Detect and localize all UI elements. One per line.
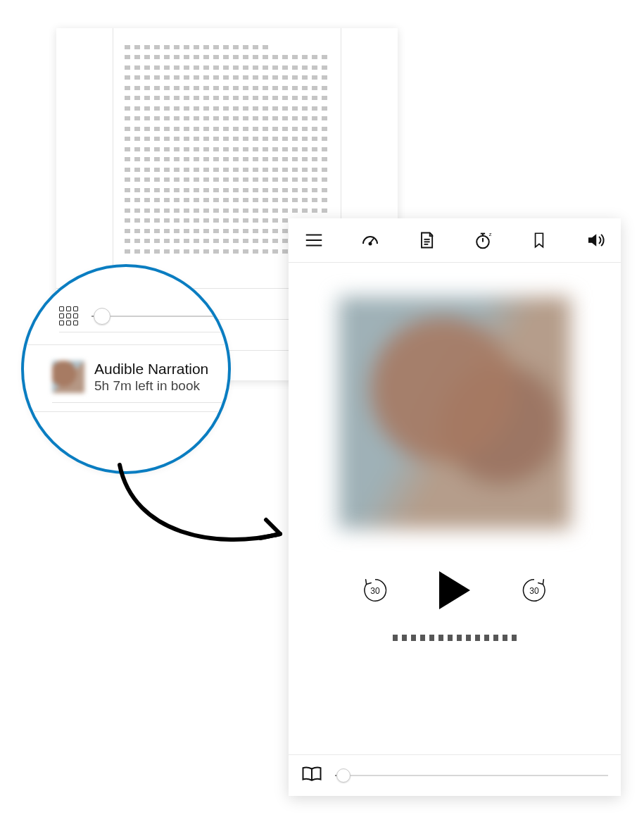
- chapter-title-placeholder: [391, 635, 518, 641]
- open-book-icon[interactable]: [301, 765, 322, 786]
- audio-player: z 30 30: [289, 218, 621, 796]
- sleep-timer-icon[interactable]: z: [470, 228, 495, 253]
- bookmark-icon[interactable]: [526, 228, 552, 253]
- player-bottom-bar: [289, 754, 621, 796]
- menu-icon[interactable]: [301, 228, 327, 253]
- playback-controls: 30 30: [289, 571, 621, 609]
- play-button[interactable]: [439, 571, 470, 609]
- skip-forward-button[interactable]: 30: [519, 575, 549, 605]
- player-toolbar: z: [289, 218, 621, 263]
- audible-narration-row[interactable]: Audible Narration 5h 7m left in book: [52, 351, 231, 403]
- skip-back-seconds: 30: [360, 575, 390, 605]
- skip-forward-seconds: 30: [519, 575, 549, 605]
- book-cover-art: [339, 297, 571, 529]
- speed-icon[interactable]: [358, 228, 383, 253]
- chapters-icon[interactable]: [414, 228, 439, 253]
- zoom-callout: Audible Narration 5h 7m left in book: [21, 264, 231, 474]
- volume-icon[interactable]: [583, 228, 608, 253]
- playback-progress-slider[interactable]: [335, 775, 608, 776]
- narration-title: Audible Narration: [94, 360, 208, 378]
- narration-time-left: 5h 7m left in book: [94, 378, 208, 394]
- skip-back-button[interactable]: 30: [360, 575, 390, 605]
- svg-text:z: z: [489, 231, 492, 237]
- book-cover-thumb: [52, 361, 84, 393]
- font-size-slider[interactable]: [91, 316, 225, 317]
- view-grid-icon[interactable]: [59, 306, 79, 326]
- svg-point-4: [370, 243, 372, 245]
